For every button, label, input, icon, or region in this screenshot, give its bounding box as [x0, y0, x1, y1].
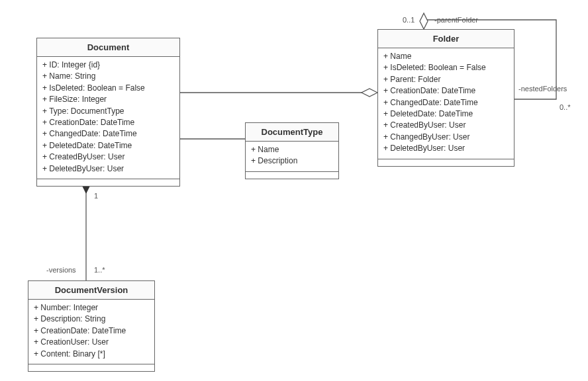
label-versions-role: -versions — [46, 266, 76, 274]
class-folder-title: Folder — [378, 30, 514, 48]
attr: + ChangedDate: DateTime — [42, 128, 174, 140]
svg-marker-5 — [420, 13, 428, 29]
attr: + Description — [251, 155, 333, 167]
attr: + CreationDate: DateTime — [34, 325, 149, 337]
attr: + Name — [383, 51, 509, 62]
label-doc-one: 1 — [94, 192, 98, 200]
attr: + DeletedByUser: User — [42, 163, 174, 175]
class-documenttype-attrs: + Name + Description — [246, 142, 338, 172]
attr: + ChangedDate: DateTime — [383, 97, 509, 108]
class-documentversion-ops — [28, 364, 154, 371]
class-documentversion: DocumentVersion + Number: Integer + Desc… — [28, 280, 155, 372]
class-documenttype-ops — [246, 172, 338, 179]
class-document-attrs: + ID: Integer {id} + Name: String + IsDe… — [37, 57, 179, 179]
attr: + CreatedByUser: User — [42, 151, 174, 163]
class-folder-ops — [378, 159, 514, 166]
attr: + ChangedByUser: User — [383, 132, 509, 143]
attr: + DeletedDate: DateTime — [42, 140, 174, 151]
class-document-ops — [37, 179, 179, 186]
attr: + Parent: Folder — [383, 74, 509, 85]
attr: + DeletedByUser: User — [383, 143, 509, 154]
class-folder: Folder + Name + IsDeleted: Boolean = Fal… — [377, 29, 514, 167]
label-versions-mult: 1..* — [94, 266, 105, 274]
label-parentfolder-role: -parentFolder — [434, 16, 478, 24]
attr: + Content: Binary [*] — [34, 349, 149, 360]
class-folder-attrs: + Name + IsDeleted: Boolean = False + Pa… — [378, 48, 514, 159]
class-documenttype-title: DocumentType — [246, 123, 338, 142]
attr: + IsDeleted: Boolean = False — [383, 62, 509, 73]
attr: + Type: DocumentType — [42, 106, 174, 117]
attr: + Description: String — [34, 314, 149, 325]
svg-marker-2 — [362, 89, 377, 97]
attr: + FileSize: Integer — [42, 94, 174, 105]
attr: + CreationDate: DateTime — [42, 117, 174, 128]
label-nestedfolders-role: -nestedFolders — [518, 85, 567, 93]
attr: + CreationUser: User — [34, 337, 149, 348]
class-document: Document + ID: Integer {id} + Name: Stri… — [36, 38, 180, 187]
attr: + CreatedByUser: User — [383, 120, 509, 131]
attr: + DeletedDate: DateTime — [383, 108, 509, 120]
class-document-title: Document — [37, 38, 179, 57]
attr: + Name: String — [42, 71, 174, 82]
attr: + CreationDate: DateTime — [383, 85, 509, 97]
class-documentversion-title: DocumentVersion — [28, 281, 154, 300]
label-nestedfolders-mult: 0..* — [560, 103, 571, 111]
attr: + Number: Integer — [34, 302, 149, 314]
attr: + IsDeleted: Boolean = False — [42, 83, 174, 94]
label-parentfolder-mult: 0..1 — [403, 16, 415, 24]
class-documenttype: DocumentType + Name + Description — [245, 122, 339, 179]
diagram-canvas: Document + ID: Integer {id} + Name: Stri… — [0, 0, 588, 381]
attr: + Name — [251, 144, 333, 155]
attr: + ID: Integer {id} — [42, 60, 174, 71]
class-documentversion-attrs: + Number: Integer + Description: String … — [28, 300, 154, 364]
